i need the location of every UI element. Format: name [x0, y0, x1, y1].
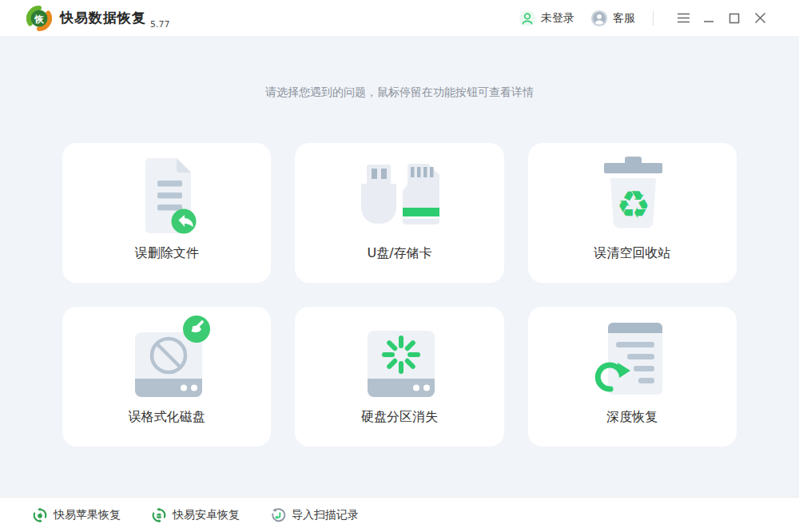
login-button[interactable]: 未登录	[519, 10, 574, 27]
maximize-icon	[729, 13, 740, 24]
import-history-icon	[270, 507, 286, 523]
instruction-hint: 请选择您遇到的问题，鼠标停留在功能按钮可查看详情	[0, 36, 799, 101]
recycle-bin-icon: ♻	[587, 151, 677, 240]
close-icon	[754, 12, 766, 24]
apple-recovery-link[interactable]: 快易苹果恢复	[32, 507, 121, 523]
support-avatar-icon	[590, 10, 608, 27]
usb-sd-card-icon	[355, 151, 444, 240]
minimize-icon	[703, 13, 714, 24]
app-window: 恢 快易数据恢复 5.77 未登录 客服	[0, 0, 799, 532]
card-label: 深度恢复	[606, 409, 658, 426]
menu-button[interactable]	[673, 8, 694, 29]
card-label: U盘/存储卡	[367, 245, 431, 262]
apple-recovery-icon	[32, 507, 48, 523]
card-deep-recovery[interactable]: 深度恢复	[528, 307, 737, 447]
android-recovery-label: 快易安卓恢复	[173, 508, 240, 522]
titlebar-divider	[653, 11, 654, 26]
import-scan-records-link[interactable]: 导入扫描记录	[270, 507, 359, 523]
app-title: 快易数据恢复	[60, 9, 146, 27]
support-button[interactable]: 客服	[590, 10, 635, 27]
card-label: 误删除文件	[135, 245, 199, 262]
import-scan-records-label: 导入扫描记录	[292, 508, 359, 522]
main-area: 请选择您遇到的问题，鼠标停留在功能按钮可查看详情 误删除文件	[0, 36, 799, 497]
android-recovery-link[interactable]: 快易安卓恢复	[151, 507, 240, 523]
card-formatted-disk[interactable]: 误格式化磁盘	[62, 307, 271, 447]
user-icon	[519, 10, 536, 27]
formatted-disk-icon	[122, 315, 212, 404]
apple-recovery-label: 快易苹果恢复	[54, 508, 121, 522]
close-button[interactable]	[749, 8, 770, 29]
support-label: 客服	[613, 11, 635, 26]
deep-recovery-icon	[587, 315, 677, 404]
card-label: 误格式化磁盘	[129, 409, 205, 426]
app-version: 5.77	[150, 19, 170, 30]
recycle-symbol: ♻	[616, 182, 650, 227]
login-label: 未登录	[541, 11, 574, 26]
app-logo-icon: 恢	[26, 6, 52, 31]
card-lost-partition[interactable]: 硬盘分区消失	[295, 307, 503, 447]
lost-partition-icon	[355, 315, 444, 404]
minimize-button[interactable]	[698, 8, 719, 29]
card-recycle-bin[interactable]: ♻ 误清空回收站	[528, 143, 737, 283]
maximize-button[interactable]	[724, 8, 745, 29]
titlebar: 恢 快易数据恢复 5.77 未登录 客服	[0, 0, 799, 37]
logo-character: 恢	[34, 13, 44, 24]
card-label: 硬盘分区消失	[361, 409, 438, 426]
hamburger-menu-icon	[677, 13, 690, 23]
card-deleted-files[interactable]: 误删除文件	[62, 143, 271, 283]
titlebar-right: 未登录 客服	[519, 8, 770, 29]
deleted-file-icon	[122, 151, 212, 240]
card-usb-sd[interactable]: U盘/存储卡	[295, 143, 503, 283]
card-label: 误清空回收站	[594, 245, 670, 262]
footer-bar: 快易苹果恢复 快易安卓恢复 导入扫描记录	[0, 497, 799, 532]
android-recovery-icon	[151, 507, 167, 523]
feature-cards-grid: 误删除文件 U盘/存储卡	[62, 143, 737, 447]
